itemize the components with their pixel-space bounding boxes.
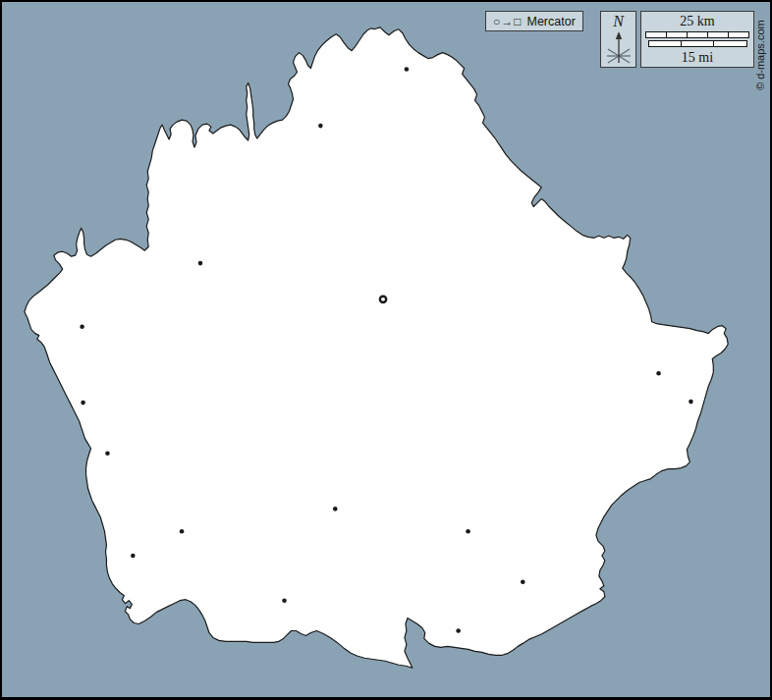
map-svg — [2, 2, 770, 697]
town-marker — [656, 371, 661, 376]
north-label: N — [613, 13, 624, 29]
town-marker — [689, 400, 693, 404]
scale-bar-segment — [728, 32, 748, 37]
scale-bar-segment — [646, 32, 666, 37]
town-marker — [318, 124, 323, 129]
north-panel: N — [600, 11, 636, 68]
town-marker — [405, 67, 410, 72]
scale-bar-segment — [687, 32, 707, 37]
town-marker — [333, 507, 338, 512]
scale-panel: 25 km 15 mi — [640, 11, 754, 68]
scale-bar-segment — [681, 41, 713, 46]
town-marker — [456, 628, 461, 633]
scale-bar-segment — [707, 32, 728, 37]
town-marker — [521, 580, 525, 585]
town-marker — [180, 529, 185, 534]
compass-icon — [605, 29, 633, 66]
scale-mi-bar — [648, 40, 747, 47]
scale-bar-segment — [649, 41, 681, 46]
scale-bar-segment — [713, 41, 745, 46]
map-image: ○→□ Mercator N 25 km 15 mi © d-maps.com — [0, 0, 772, 700]
projection-icon: ○→□ — [493, 15, 523, 28]
town-marker — [282, 598, 287, 603]
town-marker — [81, 401, 85, 405]
town-marker — [80, 324, 84, 329]
scale-mi-label: 15 mi — [682, 48, 713, 67]
scale-bar-segment — [666, 32, 687, 37]
scale-km-bar — [645, 31, 749, 38]
town-marker — [198, 261, 203, 266]
scale-km-label: 25 km — [680, 12, 714, 30]
town-marker — [466, 529, 470, 534]
town-marker — [131, 554, 136, 559]
projection-label: Mercator — [527, 15, 576, 28]
attribution-text: © d-maps.com — [754, 20, 766, 90]
projection-box: ○→□ Mercator — [485, 11, 583, 31]
region-outline — [25, 27, 728, 668]
town-marker — [105, 451, 110, 456]
